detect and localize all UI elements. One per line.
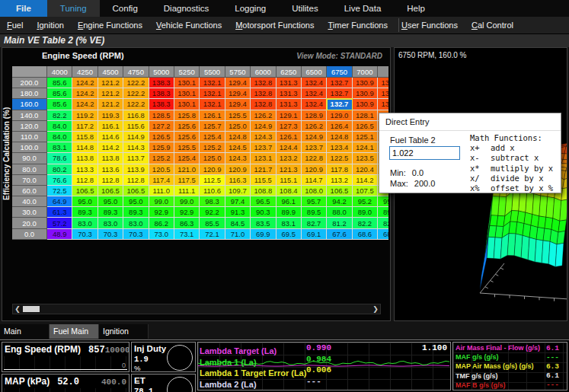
ve-cell[interactable]: 121.3: [277, 164, 302, 175]
ve-cell[interactable]: 126.1: [277, 132, 302, 142]
submenu-item-vehicle-functions[interactable]: Vehicle Functions: [149, 21, 229, 30]
ve-col-header[interactable]: 4250: [72, 66, 97, 78]
ve-cell[interactable]: 89.0: [353, 207, 378, 218]
ve-cell[interactable]: 85.6: [47, 99, 72, 110]
ve-cell[interactable]: 120.9: [225, 164, 251, 175]
ve-cell[interactable]: 57.2: [47, 218, 72, 228]
scroll-right-arrow-icon[interactable]: ❯: [371, 304, 380, 314]
ve-cell[interactable]: 125.2: [149, 153, 174, 164]
ve-cell[interactable]: 61.3: [47, 207, 72, 218]
ve-col-header[interactable]: 4500: [98, 66, 123, 78]
ve-cell[interactable]: 89.3: [98, 207, 123, 218]
ve-cell[interactable]: 113.3: [72, 164, 97, 175]
ve-cell[interactable]: 82.2: [353, 218, 378, 228]
ve-cell[interactable]: 116.8: [123, 110, 149, 121]
ve-cell[interactable]: 111.1: [174, 186, 200, 196]
ve-col-header[interactable]: 5750: [225, 66, 251, 78]
ve-cell[interactable]: 89.9: [277, 207, 302, 218]
ve-cell[interactable]: 129.4: [225, 99, 251, 110]
ve-col-header[interactable]: 5500: [200, 66, 225, 78]
ve-cell[interactable]: 94.2: [327, 196, 352, 207]
ve-cell[interactable]: 120.4: [353, 164, 378, 175]
ve-cell[interactable]: 120.5: [149, 164, 174, 175]
ve-cell-partial[interactable]: 95.2: [378, 196, 388, 207]
ve-cell[interactable]: 124.2: [72, 88, 97, 99]
menu-item-tuning[interactable]: Tuning: [47, 0, 100, 17]
ve-cell[interactable]: 97.4: [225, 196, 251, 207]
ve-cell[interactable]: 125.4: [174, 153, 200, 164]
ve-cell[interactable]: 85.6: [47, 78, 72, 88]
ve-cell[interactable]: 68.6: [353, 229, 378, 240]
ve-cell[interactable]: 125.0: [200, 153, 225, 164]
ve-cell[interactable]: 114.9: [123, 132, 149, 142]
ve-cell[interactable]: 116.3: [225, 175, 251, 186]
scrollbar-thumb[interactable]: [23, 306, 40, 312]
ve-cell[interactable]: 98.3: [200, 196, 225, 207]
ve-cell[interactable]: 132.7: [327, 99, 352, 110]
ve-cell[interactable]: 132.4: [302, 99, 327, 110]
ve-cell[interactable]: 128.9: [302, 110, 327, 121]
ve-cell-partial[interactable]: 82.2: [378, 218, 388, 228]
ve-cell[interactable]: 84.5: [225, 218, 251, 228]
ve-cell[interactable]: 123.7: [251, 142, 276, 153]
ve-row-header[interactable]: 180.0: [12, 88, 47, 99]
ve-cell[interactable]: 125.2: [200, 142, 225, 153]
ve-cell[interactable]: 124.5: [225, 142, 251, 153]
ve-cell[interactable]: 132.1: [200, 88, 225, 99]
ve-cell[interactable]: 132.8: [251, 78, 276, 88]
ve-cell[interactable]: 114.2: [98, 142, 123, 153]
ve-cell[interactable]: 85.6: [47, 88, 72, 99]
ve-cell[interactable]: 83.5: [251, 218, 276, 228]
menu-item-live-data[interactable]: Live Data: [331, 0, 395, 17]
ve-cell[interactable]: 132.1: [200, 99, 225, 110]
ve-cell[interactable]: 106.5: [72, 186, 97, 196]
ve-cell[interactable]: 127.2: [149, 121, 174, 132]
ve-cell[interactable]: 131.3: [277, 88, 302, 99]
ve-cell[interactable]: 106.5: [98, 186, 123, 196]
ve-row-header[interactable]: 70.0: [12, 175, 47, 186]
ve-cell[interactable]: 84.0: [47, 132, 72, 142]
ve-cell[interactable]: 78.6: [47, 153, 72, 164]
ve-cell[interactable]: 122.2: [123, 99, 149, 110]
ve-cell[interactable]: 110.6: [200, 186, 225, 196]
ve-cell[interactable]: 69.5: [277, 229, 302, 240]
ve-cell[interactable]: 83.1: [277, 218, 302, 228]
ve-row-header[interactable]: 0.0: [12, 229, 47, 240]
ve-cell-partial[interactable]: 130.9: [378, 88, 388, 99]
ve-cell[interactable]: 86.2: [149, 218, 174, 228]
ve-cell[interactable]: 115.6: [123, 121, 149, 132]
ve-row-header[interactable]: 80.0: [12, 164, 47, 175]
ve-cell[interactable]: 112.8: [98, 175, 123, 186]
ve-cell[interactable]: 125.5: [174, 142, 200, 153]
submenu-item-timer-functions[interactable]: Timer Functions: [321, 21, 394, 30]
ve-cell[interactable]: 138.3: [149, 88, 174, 99]
ve-cell[interactable]: 89.5: [302, 207, 327, 218]
ve-row-header[interactable]: 200.0: [12, 78, 47, 88]
ve-cell[interactable]: 108.8: [251, 186, 276, 196]
ve-cell[interactable]: 113.9: [123, 164, 149, 175]
ve-cell[interactable]: 81.2: [327, 218, 352, 228]
ve-cell-partial[interactable]: 130.9: [378, 78, 388, 88]
ve-cell[interactable]: 115.5: [251, 175, 276, 186]
ve-cell[interactable]: 130.1: [174, 99, 200, 110]
menu-item-file[interactable]: File: [0, 0, 47, 17]
ve-cell[interactable]: 124.8: [225, 132, 251, 142]
ve-cell[interactable]: 114.2: [353, 175, 378, 186]
ve-cell[interactable]: 82.7: [302, 218, 327, 228]
ve-cell[interactable]: 96.5: [251, 196, 276, 207]
ve-cell[interactable]: 112.8: [72, 175, 97, 186]
ve-cell[interactable]: 125.1: [353, 132, 378, 142]
scroll-left-arrow-icon[interactable]: ❮: [13, 304, 22, 314]
ve-row-header[interactable]: 100.0: [12, 142, 47, 153]
ve-cell[interactable]: 122.2: [123, 78, 149, 88]
ve-cell[interactable]: 111.0: [149, 186, 174, 196]
submenu-item-fuel[interactable]: Fuel: [0, 21, 30, 30]
ve-cell[interactable]: 90.3: [251, 207, 276, 218]
ve-cell[interactable]: 117.4: [149, 175, 174, 186]
ve-cell[interactable]: 86.3: [174, 218, 200, 228]
ve-cell[interactable]: 124.4: [277, 142, 302, 153]
ve-cell[interactable]: 76.6: [47, 175, 72, 186]
menu-item-logging[interactable]: Logging: [222, 0, 279, 17]
ve-row-header[interactable]: 140.0: [12, 110, 47, 121]
ve-cell[interactable]: 123.7: [302, 142, 327, 153]
